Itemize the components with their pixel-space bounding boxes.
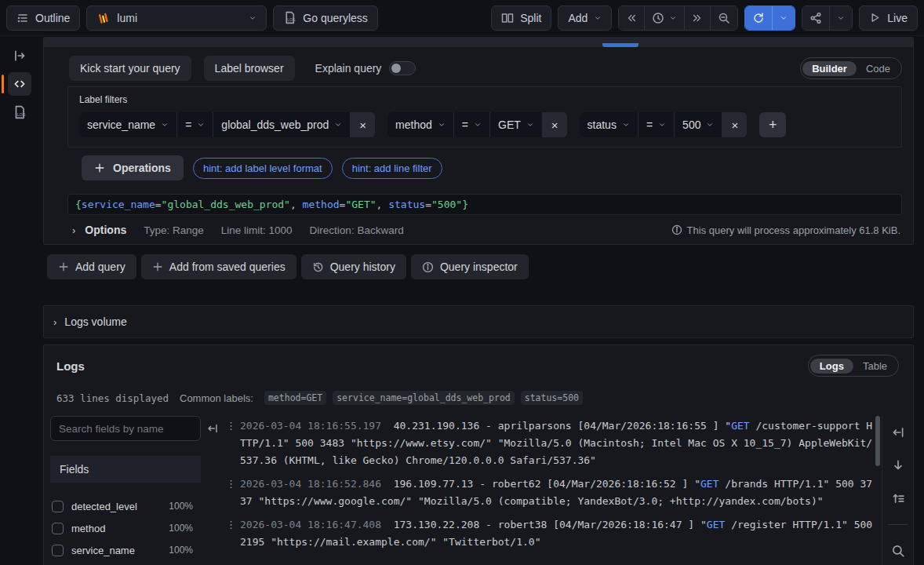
share-button[interactable] xyxy=(802,6,829,30)
refresh-interval-dropdown[interactable] xyxy=(772,6,795,30)
wrap-lines-button[interactable] xyxy=(891,425,905,439)
outline-button[interactable]: Outline xyxy=(6,5,80,31)
filter-value-dropdown[interactable]: GET xyxy=(490,112,542,137)
collapse-left-icon xyxy=(206,422,219,435)
outline-label: Outline xyxy=(35,12,70,24)
remove-filter-button[interactable]: × xyxy=(722,112,747,137)
split-button[interactable]: Split xyxy=(491,5,551,31)
add-filter-button[interactable]: + xyxy=(759,112,786,137)
common-label-badge: method=GET xyxy=(264,391,326,405)
remove-filter-button[interactable]: × xyxy=(351,112,375,137)
logs-sample-tab[interactable]: LOG xyxy=(8,100,31,124)
hint-label-level-format[interactable]: hint: add label level format xyxy=(193,158,333,179)
query-inspector-button[interactable]: Query inspector xyxy=(411,254,529,279)
time-picker-button[interactable] xyxy=(644,6,684,30)
kick-start-button[interactable]: Kick start your query xyxy=(69,56,191,81)
plus-icon xyxy=(94,162,105,173)
log-row-menu-icon[interactable]: ⋮ xyxy=(226,476,236,493)
log-row-menu-icon[interactable]: ⋮ xyxy=(226,417,236,435)
refresh-button[interactable] xyxy=(745,6,772,30)
field-checkbox[interactable] xyxy=(52,501,64,512)
filter-label-dropdown[interactable]: method xyxy=(387,112,453,137)
query-history-button[interactable]: Query history xyxy=(301,254,406,279)
field-name: service_name xyxy=(71,545,135,556)
query-text: "GET" xyxy=(345,199,376,210)
field-row: method 100% xyxy=(50,517,201,539)
left-icon-rail: LOG xyxy=(0,36,39,565)
field-checkbox[interactable] xyxy=(52,545,64,556)
query-editor-tab[interactable] xyxy=(8,72,31,96)
log-document-icon: LOG xyxy=(13,105,27,119)
search-logs-button[interactable] xyxy=(891,544,905,558)
filter-operator-dropdown[interactable]: = xyxy=(454,112,489,137)
refresh-icon xyxy=(752,12,765,24)
explain-query-toggle[interactable] xyxy=(389,61,416,75)
code-mode-option[interactable]: Code xyxy=(857,61,900,76)
split-icon xyxy=(501,12,514,24)
plus-icon xyxy=(152,261,163,272)
search-fields-input[interactable] xyxy=(50,416,201,441)
options-label[interactable]: Options xyxy=(85,224,126,236)
field-percent: 100% xyxy=(169,501,193,512)
log-line-pre: 196.109.77.13 - robert62 [04/Mar/2026:18… xyxy=(394,478,700,490)
share-dropdown[interactable] xyxy=(829,6,852,30)
query-text: } xyxy=(462,199,468,210)
datasource-picker[interactable]: lumi xyxy=(86,5,267,31)
remove-filter-button[interactable]: × xyxy=(543,112,567,137)
add-from-saved-queries-button[interactable]: Add from saved queries xyxy=(141,254,296,279)
clock-icon xyxy=(652,12,664,24)
filter-operator-dropdown[interactable]: = xyxy=(638,112,674,137)
code-brackets-icon xyxy=(13,77,27,91)
filter-label-dropdown[interactable]: status xyxy=(580,112,638,137)
chevron-down-icon xyxy=(334,121,342,129)
zoom-out-button[interactable] xyxy=(710,6,737,30)
logs-scrollbar xyxy=(874,416,882,565)
scroll-to-bottom-button[interactable] xyxy=(891,458,905,472)
sort-order-button[interactable] xyxy=(891,491,905,505)
go-queryless-button[interactable]: LOG Go queryless xyxy=(273,5,377,31)
filter-operator-dropdown[interactable]: = xyxy=(177,112,213,137)
operations-row: Operations hint: add label level format … xyxy=(82,155,902,180)
filter-label-dropdown[interactable]: service_name xyxy=(79,112,176,137)
add-query-button[interactable]: Add query xyxy=(47,254,136,279)
filter-value-dropdown[interactable]: global_dds_web_prod xyxy=(213,112,350,137)
query-editor-toolbar: Kick start your query Label browser Expl… xyxy=(69,56,902,81)
log-row: ⋮2026-03-04 18:16:47.408 173.130.22.208 … xyxy=(224,516,874,551)
explore-main: Kick start your query Label browser Expl… xyxy=(39,36,924,565)
expand-drawer-button[interactable] xyxy=(8,44,31,67)
filter-operator-value: = xyxy=(646,118,653,131)
live-button[interactable]: Live xyxy=(859,5,918,31)
query-text: "500" xyxy=(431,199,462,210)
table-view-option[interactable]: Table xyxy=(853,359,897,374)
chevron-down-icon xyxy=(438,121,446,129)
scrollbar-thumb[interactable] xyxy=(875,416,880,466)
chevron-down-icon xyxy=(669,14,677,22)
time-shift-forward-button[interactable] xyxy=(684,6,710,30)
active-tab-indicator xyxy=(602,43,638,47)
add-button[interactable]: Add xyxy=(558,5,612,31)
logs-view-option[interactable]: Logs xyxy=(810,359,853,374)
fields-list: detected_level 100% method 100% service_… xyxy=(50,495,201,565)
filter-value-dropdown[interactable]: 500 xyxy=(675,112,722,137)
query-text: , xyxy=(377,199,389,210)
options-type: Type: Range xyxy=(144,224,204,236)
share-icon xyxy=(809,12,822,24)
svg-text:LOG: LOG xyxy=(17,112,26,117)
options-direction: Direction: Backward xyxy=(310,224,404,236)
log-row-menu-icon[interactable]: ⋮ xyxy=(226,516,236,534)
collapse-sidebar-button[interactable] xyxy=(201,416,224,435)
label-filter: method = GET × xyxy=(387,112,566,137)
field-checkbox[interactable] xyxy=(52,523,64,534)
plus-icon xyxy=(58,261,69,272)
add-operation-button[interactable]: Operations xyxy=(82,155,184,180)
label-browser-button[interactable]: Label browser xyxy=(204,56,295,81)
logs-volume-panel[interactable]: › Logs volume xyxy=(43,305,914,338)
builder-mode-option[interactable]: Builder xyxy=(802,61,857,76)
options-line-limit: Line limit: 1000 xyxy=(221,224,293,236)
logs-meta-row: 633 lines displayed Common labels: metho… xyxy=(56,391,913,405)
time-shift-back-button[interactable] xyxy=(619,6,644,30)
hint-line-filter[interactable]: hint: add line filter xyxy=(342,158,442,179)
chevron-right-icon[interactable]: › xyxy=(72,224,75,236)
operations-label: Operations xyxy=(113,162,171,174)
toolbar-divider xyxy=(888,524,908,525)
